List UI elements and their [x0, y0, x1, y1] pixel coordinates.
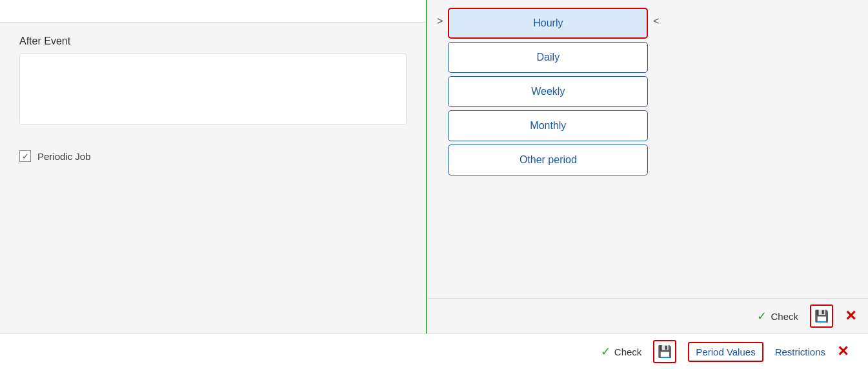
inline-check-icon: ✓ — [757, 309, 767, 323]
save-button[interactable]: 💾 — [653, 340, 676, 363]
main-container: After Event Periodic Job > Hourly Daily … — [0, 0, 868, 369]
dropdown-item-weekly[interactable]: Weekly — [448, 76, 648, 107]
top-bar — [0, 0, 426, 23]
periodic-job-section: Periodic Job — [0, 137, 426, 175]
restrictions-label: Restrictions — [775, 346, 825, 357]
dropdown-item-daily[interactable]: Daily — [448, 42, 648, 73]
left-panel: After Event Periodic Job — [0, 0, 426, 369]
check-label: Check — [614, 346, 642, 357]
period-values-button[interactable]: Period Values — [688, 342, 763, 362]
periodic-job-label: Periodic Job — [37, 151, 91, 162]
cancel-button[interactable]: ✕ — [837, 343, 849, 360]
periodic-job-checkbox[interactable] — [19, 150, 31, 162]
inline-check-button[interactable]: ✓ Check — [757, 309, 798, 323]
dropdown-item-monthly[interactable]: Monthly — [448, 110, 648, 141]
inline-check-label: Check — [771, 311, 798, 322]
inline-action-bar: ✓ Check 💾 ✕ — [427, 298, 868, 334]
floppy-disk-icon: 💾 — [814, 309, 829, 323]
check-button[interactable]: ✓ Check — [601, 344, 642, 359]
check-icon: ✓ — [601, 344, 611, 359]
nav-arrow-right[interactable]: < — [653, 8, 659, 27]
nav-arrow-left[interactable]: > — [437, 8, 443, 27]
save-floppy-icon: 💾 — [658, 344, 672, 359]
bottom-toolbar: ✓ Check 💾 Period Values Restrictions ✕ — [0, 334, 868, 369]
after-event-textarea[interactable] — [19, 54, 407, 125]
inline-save-button[interactable]: 💾 — [810, 304, 833, 328]
after-event-section: After Event — [0, 23, 426, 137]
inline-cancel-button[interactable]: ✕ — [845, 308, 856, 324]
dropdown-item-other-period[interactable]: Other period — [448, 145, 648, 175]
dropdown-list: Hourly Daily Weekly Monthly Other period — [448, 8, 648, 175]
after-event-label: After Event — [19, 35, 407, 47]
right-panel: > Hourly Daily Weekly Monthly Other peri… — [426, 0, 868, 369]
dropdown-item-hourly[interactable]: Hourly — [448, 8, 648, 39]
period-values-label: Period Values — [696, 346, 755, 357]
restrictions-button[interactable]: Restrictions — [775, 346, 825, 357]
